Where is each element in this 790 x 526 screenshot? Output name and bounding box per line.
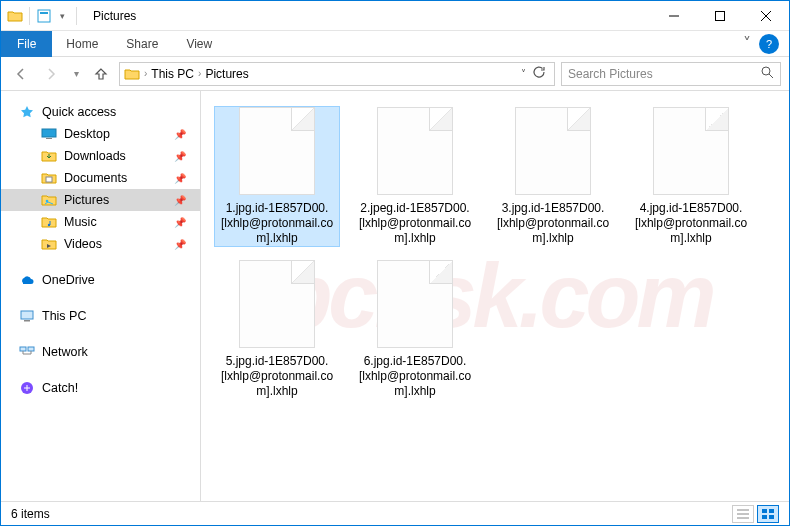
music-icon — [41, 214, 57, 230]
file-item[interactable]: 2.jpeg.id-1E857D00.[lxhlp@protonmail.com… — [353, 107, 477, 246]
sidebar-item-downloads[interactable]: Downloads📌 — [1, 145, 200, 167]
star-icon — [19, 104, 35, 120]
refresh-icon[interactable] — [532, 65, 546, 82]
maximize-button[interactable] — [697, 1, 743, 31]
file-icon — [653, 107, 729, 195]
tab-home[interactable]: Home — [52, 33, 112, 55]
file-tab[interactable]: File — [1, 31, 52, 57]
sidebar-item-label: Documents — [64, 171, 127, 185]
file-item[interactable]: 3.jpg.id-1E857D00.[lxhlp@protonmail.com]… — [491, 107, 615, 246]
file-grid: 1.jpg.id-1E857D00.[lxhlp@protonmail.com]… — [201, 91, 789, 415]
sidebar-item-music[interactable]: Music📌 — [1, 211, 200, 233]
svg-rect-0 — [38, 10, 50, 22]
close-button[interactable] — [743, 1, 789, 31]
address-row: ▾ › This PC › Pictures ˅ Search Pictures — [1, 57, 789, 91]
catch-icon — [19, 380, 35, 396]
search-placeholder: Search Pictures — [568, 67, 653, 81]
file-item[interactable]: 5.jpg.id-1E857D00.[lxhlp@protonmail.com]… — [215, 260, 339, 399]
sidebar-quick-access[interactable]: Quick access — [1, 101, 200, 123]
address-actions: ˅ — [517, 65, 550, 82]
recent-dropdown[interactable]: ▾ — [69, 62, 83, 86]
window-title: Pictures — [81, 9, 651, 23]
sidebar-item-this-pc[interactable]: This PC — [1, 305, 200, 327]
svg-rect-1 — [40, 12, 48, 14]
thispc-icon — [19, 308, 35, 324]
svg-rect-13 — [21, 311, 33, 319]
svg-rect-9 — [46, 138, 52, 139]
file-icon — [377, 107, 453, 195]
content-pane[interactable]: pcrisk.com 1.jpg.id-1E857D00.[lxhlp@prot… — [201, 91, 789, 501]
pictures-icon — [124, 66, 140, 82]
sidebar-item-onedrive[interactable]: OneDrive — [1, 269, 200, 291]
view-details-button[interactable] — [732, 505, 754, 523]
pin-icon: 📌 — [174, 217, 186, 228]
sidebar-item-label: Music — [64, 215, 97, 229]
dropdown-icon[interactable]: ˅ — [521, 68, 526, 79]
sidebar-item-documents[interactable]: Documents📌 — [1, 167, 200, 189]
sidebar-item-videos[interactable]: Videos📌 — [1, 233, 200, 255]
search-input[interactable]: Search Pictures — [561, 62, 781, 86]
file-item[interactable]: 1.jpg.id-1E857D00.[lxhlp@protonmail.com]… — [215, 107, 339, 246]
pin-icon: 📌 — [174, 239, 186, 250]
svg-rect-3 — [716, 11, 725, 20]
file-name: 2.jpeg.id-1E857D00.[lxhlp@protonmail.com… — [353, 201, 477, 246]
search-icon[interactable] — [760, 65, 774, 82]
svg-line-7 — [769, 74, 773, 78]
qat-dropdown-icon[interactable]: ▾ — [54, 8, 70, 24]
file-name: 6.jpg.id-1E857D00.[lxhlp@protonmail.com]… — [353, 354, 477, 399]
breadcrumb[interactable]: This PC — [151, 67, 194, 81]
file-icon — [239, 260, 315, 348]
file-item[interactable]: 4.jpg.id-1E857D00.[lxhlp@protonmail.com]… — [629, 107, 753, 246]
file-name: 5.jpg.id-1E857D00.[lxhlp@protonmail.com]… — [215, 354, 339, 399]
svg-rect-21 — [762, 509, 767, 513]
titlebar: ▾ Pictures — [1, 1, 789, 31]
chevron-right-icon[interactable]: › — [144, 68, 147, 79]
quick-access-toolbar: ▾ — [1, 7, 81, 25]
svg-rect-16 — [28, 347, 34, 351]
sidebar-item-catch-[interactable]: Catch! — [1, 377, 200, 399]
up-button[interactable] — [89, 62, 113, 86]
sidebar-item-label: This PC — [42, 309, 86, 323]
address-bar[interactable]: › This PC › Pictures ˅ — [119, 62, 555, 86]
sidebar-item-network[interactable]: Network — [1, 341, 200, 363]
svg-rect-22 — [769, 509, 774, 513]
pin-icon: 📌 — [174, 151, 186, 162]
minimize-button[interactable] — [651, 1, 697, 31]
file-icon — [377, 260, 453, 348]
forward-button[interactable] — [39, 62, 63, 86]
view-icons-button[interactable] — [757, 505, 779, 523]
svg-rect-10 — [46, 177, 52, 182]
downloads-icon — [41, 148, 57, 164]
desktop-icon — [41, 126, 57, 142]
sidebar-item-label: Catch! — [42, 381, 78, 395]
breadcrumb[interactable]: Pictures — [205, 67, 248, 81]
svg-point-6 — [762, 67, 770, 75]
properties-icon[interactable] — [36, 8, 52, 24]
ribbon: File Home Share View ˅ ? — [1, 31, 789, 57]
file-name: 1.jpg.id-1E857D00.[lxhlp@protonmail.com]… — [215, 201, 339, 246]
sidebar-item-desktop[interactable]: Desktop📌 — [1, 123, 200, 145]
sidebar-item-label: Videos — [64, 237, 102, 251]
svg-rect-15 — [20, 347, 26, 351]
ribbon-expand-icon[interactable]: ˅ — [743, 34, 751, 53]
svg-rect-8 — [42, 129, 56, 137]
svg-rect-24 — [769, 515, 774, 519]
file-item[interactable]: 6.jpg.id-1E857D00.[lxhlp@protonmail.com]… — [353, 260, 477, 399]
svg-rect-14 — [24, 320, 30, 322]
tab-view[interactable]: View — [172, 33, 226, 55]
sidebar-item-pictures[interactable]: Pictures📌 — [1, 189, 200, 211]
tab-share[interactable]: Share — [112, 33, 172, 55]
status-bar: 6 items — [1, 501, 789, 525]
main: Quick access Desktop📌Downloads📌Documents… — [1, 91, 789, 501]
pin-icon: 📌 — [174, 195, 186, 206]
sidebar-item-label: Quick access — [42, 105, 116, 119]
help-button[interactable]: ? — [759, 34, 779, 54]
videos-icon — [41, 236, 57, 252]
folder-icon — [7, 8, 23, 24]
documents-icon — [41, 170, 57, 186]
sidebar-item-label: Network — [42, 345, 88, 359]
back-button[interactable] — [9, 62, 33, 86]
sidebar: Quick access Desktop📌Downloads📌Documents… — [1, 91, 201, 501]
chevron-right-icon[interactable]: › — [198, 68, 201, 79]
window-controls — [651, 1, 789, 31]
